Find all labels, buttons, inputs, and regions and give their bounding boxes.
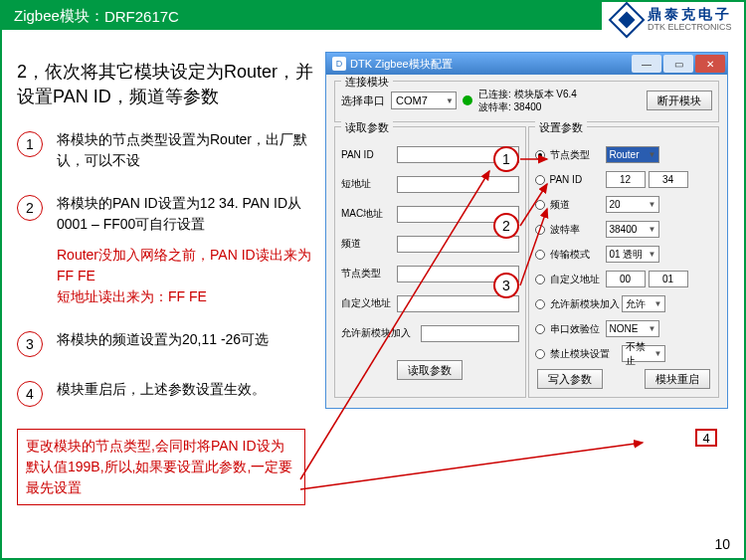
step-num-2: 2 bbox=[17, 195, 43, 221]
ann-box-4: 4 bbox=[695, 429, 717, 447]
panid-b-input[interactable]: 34 bbox=[649, 171, 688, 188]
port-label: 选择串口 bbox=[341, 93, 385, 108]
step-text-2: 将模块的PAN ID设置为12 34. PAN ID从 0001 – FF00可… bbox=[57, 193, 315, 235]
restart-button[interactable]: 模块重启 bbox=[645, 369, 710, 389]
disconnect-button[interactable]: 断开模块 bbox=[647, 91, 712, 110]
titlebar[interactable]: D DTK Zigbee模块配置 — ▭ ✕ bbox=[326, 53, 727, 75]
set-group-title: 设置参数 bbox=[535, 120, 587, 135]
allowjoin-radio[interactable] bbox=[535, 299, 545, 309]
logo-diamond-icon bbox=[609, 2, 646, 39]
channel-radio[interactable] bbox=[535, 200, 545, 210]
panid-a-input[interactable]: 12 bbox=[606, 171, 646, 188]
nodetype-radio[interactable] bbox=[535, 150, 545, 160]
baud-combo[interactable]: 38400 bbox=[606, 221, 659, 238]
forbid-combo[interactable]: 不禁止 bbox=[622, 345, 665, 362]
logo-cn: 鼎泰克电子 bbox=[648, 7, 732, 22]
baud-radio[interactable] bbox=[535, 225, 545, 235]
nodetype-combo[interactable]: Router bbox=[606, 146, 659, 163]
ann-circle-3: 3 bbox=[493, 273, 519, 298]
step-1: 1 将模块的节点类型设置为Router，出厂默认，可以不设 bbox=[17, 129, 315, 171]
app-icon: D bbox=[332, 57, 346, 71]
step-num-3: 3 bbox=[17, 331, 43, 357]
warning-box: 更改模块的节点类型,会同时将PAN ID设为默认值199B,所以,如果要设置此参… bbox=[17, 429, 305, 505]
main-instruction: 2，依次将其它模块设定为Router，并设置PAN ID，频道等参数 bbox=[17, 60, 315, 109]
customaddr-radio[interactable] bbox=[535, 275, 545, 284]
window-title: DTK Zigbee模块配置 bbox=[350, 57, 453, 72]
connect-group: 连接模块 选择串口 COM7 已连接: 模块版本 V6.4 波特率: 38400… bbox=[334, 81, 719, 122]
maximize-button[interactable]: ▭ bbox=[663, 55, 693, 73]
step-text-4: 模块重启后，上述参数设置生效。 bbox=[57, 379, 266, 407]
red-note-1: Router没加入网络之前，PAN ID读出来为FF FE bbox=[57, 245, 315, 286]
custom-b-input[interactable]: 01 bbox=[649, 271, 688, 287]
status-text: 已连接: 模块版本 V6.4 波特率: 38400 bbox=[478, 88, 577, 113]
header-prefix: Zigbee模块： bbox=[14, 7, 104, 26]
read-allowjoin-input[interactable] bbox=[421, 325, 519, 342]
read-shortaddr-input[interactable] bbox=[397, 176, 519, 193]
read-button[interactable]: 读取参数 bbox=[397, 360, 463, 380]
step-2: 2 将模块的PAN ID设置为12 34. PAN ID从 0001 – FF0… bbox=[17, 193, 315, 307]
close-button[interactable]: ✕ bbox=[695, 55, 725, 73]
connect-group-title: 连接模块 bbox=[341, 75, 393, 90]
step-text-3: 将模块的频道设置为20,11 -26可选 bbox=[57, 329, 269, 357]
svg-line-3 bbox=[300, 443, 643, 489]
step-num-1: 1 bbox=[17, 131, 43, 157]
allowjoin-combo[interactable]: 允许 bbox=[622, 295, 665, 312]
ann-circle-2: 2 bbox=[493, 213, 519, 239]
page-number: 10 bbox=[714, 536, 730, 552]
logo-en: DTK ELECTRONICS bbox=[648, 23, 732, 33]
minimize-button[interactable]: — bbox=[632, 55, 661, 73]
forbid-radio[interactable] bbox=[535, 349, 545, 359]
txmode-radio[interactable] bbox=[535, 250, 545, 260]
txmode-combo[interactable]: 01 透明 bbox=[606, 246, 659, 263]
port-combo[interactable]: COM7 bbox=[391, 92, 457, 109]
status-led-icon bbox=[463, 95, 472, 105]
write-button[interactable]: 写入参数 bbox=[537, 369, 603, 389]
config-window: D DTK Zigbee模块配置 — ▭ ✕ 连接模块 选择串口 COM7 已连… bbox=[325, 52, 728, 409]
set-group: 设置参数 节点类型Router PAN ID1234 频道20 波特率38400… bbox=[528, 126, 720, 398]
uartcheck-radio[interactable] bbox=[535, 324, 545, 334]
logo: 鼎泰克电子 DTK ELECTRONICS bbox=[602, 2, 744, 38]
channel-combo[interactable]: 20 bbox=[606, 196, 659, 213]
ann-circle-1: 1 bbox=[493, 146, 519, 172]
panid-radio[interactable] bbox=[535, 175, 545, 185]
step-3: 3 将模块的频道设置为20,11 -26可选 bbox=[17, 329, 315, 357]
step-num-4: 4 bbox=[17, 381, 43, 407]
read-group-title: 读取参数 bbox=[341, 120, 393, 135]
uartcheck-combo[interactable]: NONE bbox=[606, 320, 659, 337]
step-4: 4 模块重启后，上述参数设置生效。 bbox=[17, 379, 315, 407]
red-note-2: 短地址读出来为：FF FE bbox=[57, 286, 315, 307]
step-text-1: 将模块的节点类型设置为Router，出厂默认，可以不设 bbox=[57, 129, 315, 171]
header-model: DRF2617C bbox=[104, 8, 179, 25]
custom-a-input[interactable]: 00 bbox=[606, 271, 646, 287]
